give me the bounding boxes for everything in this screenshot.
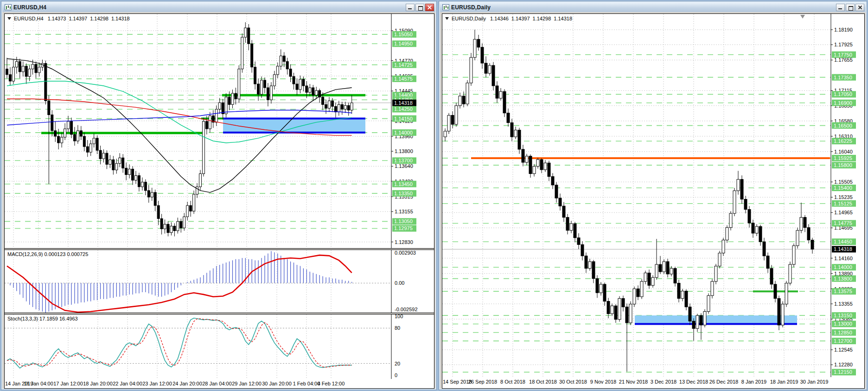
- svg-text:1.15505: 1.15505: [834, 179, 853, 185]
- dropdown-arrow-icon: [445, 17, 449, 20]
- svg-text:1.16225: 1.16225: [834, 138, 852, 144]
- macd-indicator-label: MACD(12,26,9) 0.000123 0.000725: [7, 251, 88, 257]
- time-axis[interactable]: 14 Sep 201826 Sep 20188 Oct 201818 Oct 2…: [442, 377, 864, 388]
- svg-text:1.15800: 1.15800: [834, 162, 852, 168]
- chart-window-eurusd-daily: EURUSD,Daily EURUSD,Daily 1.143461.14397…: [439, 1, 867, 390]
- chart-frame: EURUSD,Daily 1.143461.143971.142981.1431…: [442, 13, 865, 389]
- svg-text:1.14000: 1.14000: [834, 264, 852, 270]
- svg-text:1.13150: 1.13150: [834, 313, 852, 318]
- svg-text:18 Oct 2018: 18 Oct 2018: [529, 379, 557, 385]
- svg-text:1.12280: 1.12280: [834, 362, 853, 367]
- minimize-button[interactable]: [406, 4, 415, 11]
- svg-text:1.12850: 1.12850: [834, 330, 852, 335]
- svg-text:21 Nov 2018: 21 Nov 2018: [619, 379, 648, 385]
- svg-text:1.13640: 1.13640: [395, 163, 413, 169]
- svg-text:1.14450: 1.14450: [834, 239, 852, 244]
- svg-text:1.14318: 1.14318: [834, 246, 852, 252]
- restore-button[interactable]: [846, 4, 855, 11]
- open-value: 1.14373: [48, 16, 66, 21]
- svg-text:1.12700: 1.12700: [834, 338, 852, 344]
- symbol-label: EURUSD,Daily: [452, 16, 486, 21]
- close-button[interactable]: [425, 4, 434, 11]
- svg-text:9 Nov 2018: 9 Nov 2018: [590, 379, 616, 385]
- svg-text:13 Dec 2018: 13 Dec 2018: [679, 379, 708, 385]
- svg-text:0.00: 0.00: [395, 280, 404, 286]
- symbol-label: EURUSD,H4: [14, 16, 44, 21]
- svg-text:1.14160: 1.14160: [834, 256, 853, 261]
- svg-text:1.17655: 1.17655: [834, 57, 853, 63]
- svg-text:26 Dec 2018: 26 Dec 2018: [709, 379, 738, 385]
- svg-text:8 Oct 2018: 8 Oct 2018: [500, 379, 525, 385]
- svg-text:1.16900: 1.16900: [834, 100, 852, 106]
- svg-text:3 Dec 2018: 3 Dec 2018: [651, 379, 677, 385]
- svg-text:17 Jan 12:00: 17 Jan 12:00: [53, 381, 83, 386]
- svg-text:1.13050: 1.13050: [394, 218, 413, 224]
- window-title: EURUSD,H4: [13, 4, 46, 11]
- stoch-panel-canvas[interactable]: 10080200: [5, 314, 434, 379]
- ohlc-info-line[interactable]: EURUSD,H4 1.143731.143971.142981.14318: [7, 16, 133, 21]
- svg-text:20: 20: [395, 361, 400, 366]
- svg-text:30 Jan 2019: 30 Jan 2019: [800, 379, 829, 385]
- svg-text:1.16500: 1.16500: [834, 123, 852, 128]
- svg-text:1.14725: 1.14725: [394, 62, 413, 68]
- svg-text:1.13800: 1.13800: [395, 148, 413, 154]
- time-axis[interactable]: 14 Jan 201916 Jan 04:0017 Jan 12:0018 Ja…: [5, 379, 434, 388]
- restore-button[interactable]: [415, 4, 424, 11]
- close-value: 1.14318: [111, 16, 130, 21]
- svg-text:1.13700: 1.13700: [394, 158, 413, 163]
- svg-text:1.14965: 1.14965: [834, 210, 853, 215]
- svg-text:1.14000: 1.14000: [394, 130, 413, 135]
- svg-text:1.15925: 1.15925: [834, 155, 852, 161]
- svg-text:16 Jan 04:00: 16 Jan 04:00: [24, 381, 53, 386]
- svg-text:1.15235: 1.15235: [834, 194, 853, 200]
- svg-text:1.17350: 1.17350: [834, 75, 852, 80]
- minimize-button[interactable]: [836, 4, 845, 11]
- svg-text:18 Jan 20:00: 18 Jan 20:00: [83, 381, 113, 386]
- close-value: 1.14318: [554, 16, 572, 21]
- price-chart-canvas[interactable]: 1.150901.147701.146051.144451.141251.139…: [5, 14, 434, 248]
- svg-text:1.14250: 1.14250: [394, 106, 413, 112]
- svg-text:1.13155: 1.13155: [395, 209, 413, 214]
- svg-text:1.13355: 1.13355: [834, 301, 853, 307]
- high-value: 1.14397: [511, 16, 530, 21]
- svg-text:1.15125: 1.15125: [834, 201, 852, 206]
- svg-text:1.15400: 1.15400: [834, 185, 852, 191]
- svg-text:1 Feb 04:00: 1 Feb 04:00: [293, 381, 320, 386]
- svg-text:23 Jan 12:00: 23 Jan 12:00: [142, 381, 172, 386]
- chart-icon: [442, 4, 449, 10]
- svg-text:1.14950: 1.14950: [394, 41, 413, 46]
- window-title: EURUSD,Daily: [451, 4, 491, 11]
- svg-text:1.14575: 1.14575: [394, 76, 413, 82]
- svg-text:1.15050: 1.15050: [394, 32, 413, 37]
- svg-text:1.12830: 1.12830: [395, 239, 413, 245]
- svg-text:0.002903: 0.002903: [395, 250, 416, 256]
- low-value: 1.14298: [90, 16, 108, 21]
- stoch-indicator-label: Stoch(13,3,3) 17.1859 16.4963: [7, 316, 78, 321]
- price-chart-canvas[interactable]: 1.181901.179251.176551.171151.168501.165…: [442, 14, 864, 377]
- window-titlebar[interactable]: EURUSD,Daily: [440, 2, 866, 12]
- svg-text:1.16040: 1.16040: [834, 149, 853, 154]
- window-titlebar[interactable]: EURUSD,H4: [2, 2, 435, 12]
- svg-text:1.13800: 1.13800: [834, 276, 852, 282]
- svg-text:1.17925: 1.17925: [834, 42, 853, 47]
- low-value: 1.14298: [533, 16, 551, 21]
- svg-text:8 Jan 2019: 8 Jan 2019: [741, 379, 766, 385]
- svg-text:-0.002592: -0.002592: [395, 307, 418, 312]
- svg-text:1.12150: 1.12150: [834, 369, 852, 375]
- svg-text:1.13350: 1.13350: [394, 191, 413, 196]
- svg-text:1.17750: 1.17750: [834, 52, 852, 58]
- svg-text:1.14775: 1.14775: [834, 220, 852, 226]
- svg-text:1.13450: 1.13450: [394, 181, 413, 187]
- svg-text:1.13000: 1.13000: [834, 321, 852, 327]
- chart-icon: [5, 4, 12, 10]
- svg-text:18 Jan 2019: 18 Jan 2019: [770, 379, 798, 385]
- svg-text:28 Jan 04:00: 28 Jan 04:00: [202, 381, 232, 386]
- close-button[interactable]: [855, 4, 864, 11]
- svg-text:1.12975: 1.12975: [394, 225, 413, 231]
- macd-panel-canvas[interactable]: 0.0029030.00-0.002592: [5, 250, 434, 313]
- svg-text:29 Jan 12:00: 29 Jan 12:00: [232, 381, 262, 386]
- svg-text:1.17050: 1.17050: [834, 91, 852, 97]
- ohlc-info-line[interactable]: EURUSD,Daily 1.143461.143971.142981.1431…: [445, 16, 575, 21]
- svg-text:4 Feb 12:00: 4 Feb 12:00: [318, 381, 345, 386]
- chart-window-eurusd-h4: EURUSD,H4 EURUSD,H4 1.143731.143971.1429…: [1, 1, 437, 390]
